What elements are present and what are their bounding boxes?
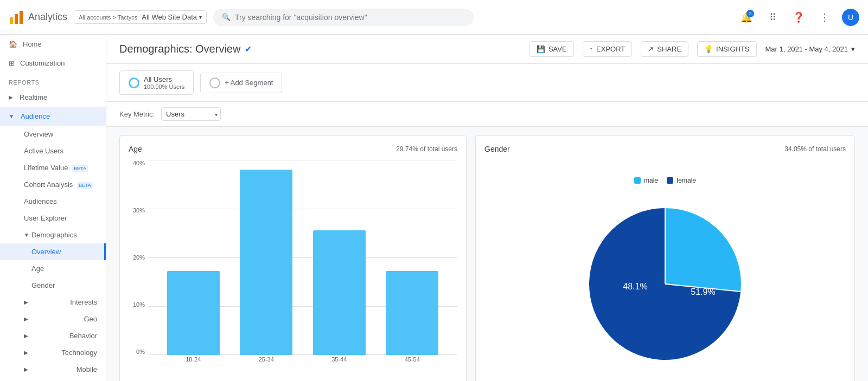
- key-metric-selector[interactable]: Users Sessions Pageviews Bounce Rate: [161, 107, 221, 121]
- notifications-button[interactable]: 🔔 2: [738, 9, 755, 26]
- insights-button[interactable]: 💡 INSIGHTS: [697, 41, 756, 57]
- sidebar-technology-label: Technology: [61, 348, 97, 357]
- gender-chart-title: Gender: [484, 145, 510, 153]
- sidebar-item-customization[interactable]: ⊞ Customization: [0, 54, 106, 73]
- date-chevron-icon: ▾: [851, 45, 855, 53]
- share-label: SHARE: [657, 45, 681, 53]
- sidebar-item-home[interactable]: 🏠 Home: [0, 35, 106, 54]
- content-header: Demographics: Overview ✔ 💾 SAVE ↑ EXPORT…: [106, 35, 868, 64]
- sidebar-item-audience[interactable]: ▼ Audience: [0, 107, 106, 126]
- sidebar-customization-label: Customization: [20, 59, 65, 67]
- segment-all-users[interactable]: All Users 100.00% Users: [119, 70, 194, 95]
- add-segment-button[interactable]: + Add Segment: [200, 73, 282, 93]
- share-icon: ↗: [648, 45, 654, 53]
- expand-technology-icon: ▶: [24, 350, 28, 356]
- sidebar-lifetime-value-label: Lifetime Value: [24, 164, 68, 172]
- sidebar-sub-mobile[interactable]: ▶ Mobile: [0, 361, 106, 378]
- beta-badge-cohort: BETA: [77, 182, 93, 189]
- age-chart-title: Age: [129, 145, 142, 153]
- apps-button[interactable]: ⠿: [764, 9, 781, 26]
- export-label: EXPORT: [596, 45, 625, 53]
- sidebar-gender-label: Gender: [31, 281, 55, 289]
- sidebar-sub-age[interactable]: Age: [0, 260, 106, 277]
- expand-mobile-icon: ▶: [24, 366, 28, 372]
- expand-behavior-icon: ▶: [24, 333, 28, 339]
- key-metric-select[interactable]: Users Sessions Pageviews Bounce Rate: [161, 107, 221, 121]
- date-range-text: Mar 1, 2021 - May 4, 2021: [765, 45, 848, 53]
- insights-label: INSIGHTS: [716, 45, 749, 53]
- pie-chart-svg: 48.1% 51.9%: [578, 197, 752, 371]
- sidebar-sub-audiences[interactable]: Audiences: [0, 193, 106, 210]
- sidebar-sub-interests[interactable]: ▶ Interests: [0, 294, 106, 311]
- header-actions: 💾 SAVE ↑ EXPORT ↗ SHARE 💡 INSIGHTS Mar 1…: [529, 41, 855, 57]
- sidebar-sub-cohort[interactable]: Cohort Analysis BETA: [0, 176, 106, 193]
- x-label-25-34: 25-34: [230, 356, 303, 371]
- sidebar-sub-demo-overview[interactable]: Overview: [0, 243, 106, 260]
- sidebar-realtime-label: Realtime: [20, 93, 47, 101]
- search-bar[interactable]: 🔍: [213, 9, 474, 26]
- more-options-button[interactable]: ⋮: [816, 9, 833, 26]
- date-range-picker[interactable]: Mar 1, 2021 - May 4, 2021 ▾: [765, 45, 855, 53]
- sidebar-sub-gender[interactable]: Gender: [0, 277, 106, 294]
- account-label: All Web Site Data: [142, 13, 197, 21]
- sidebar-sub-user-explorer[interactable]: User Explorer: [0, 210, 106, 227]
- app-title: Analytics: [28, 11, 67, 23]
- age-chart-subtitle: 29.74% of total users: [396, 145, 457, 153]
- topbar: Analytics All accounts > Tactycs All Web…: [0, 0, 868, 35]
- sidebar-sub-behavior[interactable]: ▶ Behavior: [0, 327, 106, 344]
- home-icon: 🏠: [9, 40, 17, 48]
- pie-legend: male female: [634, 177, 696, 184]
- gender-chart-card: Gender 34.05% of total users male female: [475, 135, 855, 381]
- main-layout: 🏠 Home ⊞ Customization REPORTS ▶ Realtim…: [0, 35, 868, 381]
- share-button[interactable]: ↗ SHARE: [641, 41, 688, 57]
- analytics-logo-icon: [9, 10, 24, 25]
- legend-female-label: female: [676, 177, 696, 184]
- bar-25-34[interactable]: [230, 160, 303, 355]
- search-input[interactable]: [235, 13, 465, 22]
- gender-chart-subtitle: 34.05% of total users: [784, 145, 846, 153]
- save-icon: 💾: [537, 45, 545, 53]
- topbar-actions: 🔔 2 ⠿ ❓ ⋮ U: [738, 9, 859, 26]
- sidebar-item-realtime[interactable]: ▶ Realtime: [0, 88, 106, 107]
- x-label-35-44: 35-44: [303, 356, 376, 371]
- sidebar-active-users-label: Active Users: [24, 147, 63, 155]
- sidebar-sub-lifetime-value[interactable]: Lifetime Value BETA: [0, 159, 106, 176]
- account-selector[interactable]: All accounts > Tactycs All Web Site Data…: [74, 10, 207, 24]
- page-title: Demographics: Overview ✔: [119, 43, 252, 55]
- sidebar-sub-cross-device[interactable]: ▶ Cross Device BETA: [0, 378, 106, 381]
- breadcrumb-text: All accounts > Tactycs: [79, 14, 137, 21]
- help-button[interactable]: ❓: [790, 9, 807, 26]
- pie-slice-male[interactable]: [665, 208, 741, 292]
- add-segment-label: + Add Segment: [225, 79, 273, 87]
- save-button[interactable]: 💾 SAVE: [529, 41, 574, 57]
- segment-sublabel: 100.00% Users: [144, 83, 184, 90]
- sidebar-sub-overview[interactable]: Overview: [0, 126, 106, 143]
- page-title-text: Demographics: Overview: [119, 43, 240, 55]
- sidebar-overview-label: Overview: [24, 130, 53, 138]
- sidebar-sub-geo[interactable]: ▶ Geo: [0, 311, 106, 327]
- sidebar-sub-technology[interactable]: ▶ Technology: [0, 344, 106, 361]
- sidebar-sub-demographics[interactable]: ▼ Demographics: [0, 227, 106, 243]
- age-chart-header: Age 29.74% of total users: [129, 145, 457, 153]
- sidebar-demographics-label: Demographics: [31, 231, 77, 239]
- bars-area: [148, 160, 457, 355]
- bar-18-24[interactable]: [157, 160, 230, 355]
- sidebar-geo-label: Geo: [84, 315, 97, 323]
- main-content: Demographics: Overview ✔ 💾 SAVE ↑ EXPORT…: [106, 35, 868, 381]
- charts-row: Age 29.74% of total users 40% 30% 20% 10…: [119, 135, 855, 381]
- add-segment-circle-icon: [209, 78, 220, 88]
- chevron-down-icon: ▾: [199, 14, 202, 20]
- user-avatar[interactable]: U: [842, 9, 859, 26]
- expand-geo-icon: ▶: [24, 316, 28, 322]
- sidebar-behavior-label: Behavior: [69, 332, 97, 340]
- export-button[interactable]: ↑ EXPORT: [583, 41, 633, 57]
- verified-icon: ✔: [245, 44, 252, 54]
- sidebar-cohort-label: Cohort Analysis: [24, 180, 73, 189]
- segments-bar: All Users 100.00% Users + Add Segment: [106, 64, 868, 102]
- age-bar-chart: 40% 30% 20% 10% 0%: [129, 160, 457, 381]
- expand-icon: ▶: [9, 94, 13, 100]
- legend-male: male: [634, 177, 658, 184]
- bar-45-54[interactable]: [376, 160, 449, 355]
- bar-35-44[interactable]: [303, 160, 376, 355]
- sidebar-sub-active-users[interactable]: Active Users: [0, 143, 106, 159]
